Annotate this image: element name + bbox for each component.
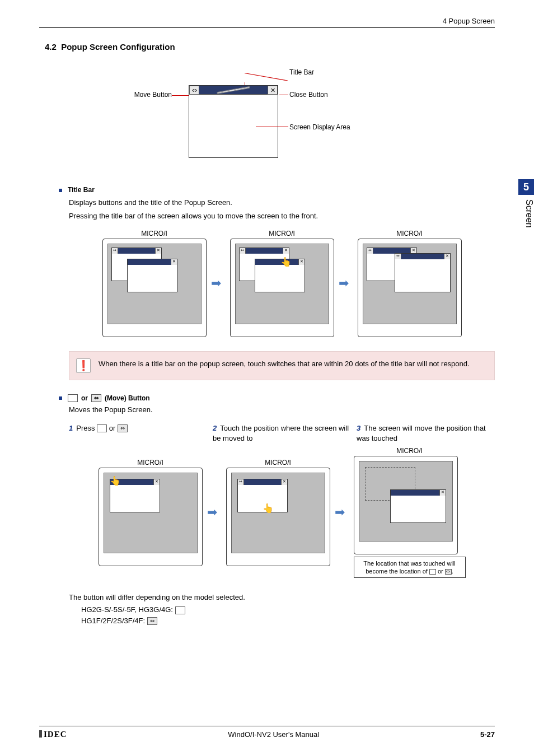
warning-text: When there is a title bar on the popup s… <box>99 358 470 370</box>
touch-icon: 👆 <box>280 258 292 267</box>
titlebar-desc-2: Pressing the title bar of the screen all… <box>69 211 495 222</box>
step-1: 1Press or ⇔ <box>69 423 207 433</box>
model-intro: The button will differ depending on the … <box>69 592 495 603</box>
brand-logo: IDEC <box>39 730 67 739</box>
move-note: The location that was touched will becom… <box>354 557 466 578</box>
running-header: 4 Popup Screen <box>39 17 495 28</box>
subheading-title-bar: Title Bar <box>59 186 495 194</box>
empty-button-icon <box>68 394 78 402</box>
touch-icon: 👆 <box>263 504 274 513</box>
side-chapter-tab: 5 Screen <box>518 179 534 269</box>
close-button-icon: ✕ <box>268 86 278 95</box>
model-line-b: HG1F/2F/2S/3F/4F: ⇔ <box>81 617 495 626</box>
section-heading: 4.2 Popup Screen Configuration <box>45 42 495 52</box>
page-number: 5-27 <box>480 730 495 739</box>
move-desc: Moves the Popup Screen. <box>69 404 495 416</box>
step-2: 2Touch the position where the screen wil… <box>213 423 351 444</box>
label-close-button: Close Button <box>289 91 328 99</box>
warning-icon: ❗ <box>76 358 91 373</box>
move-button-icon: ⇔ <box>189 86 199 95</box>
model-line-a: HG2G-S/-5S/-5F, HG3G/4G: <box>81 605 495 614</box>
figure-popup-callouts: Move Button ⇔ ✕ Title Bar Close Button S… <box>39 68 495 164</box>
arrow-icon: ➡ <box>211 276 226 291</box>
warning-callout: ❗ When there is a title bar on the popup… <box>69 351 495 380</box>
manual-title: WindO/I-NV2 User's Manual <box>228 730 319 739</box>
touch-icon: 👆 <box>110 477 121 486</box>
label-move-button: Move Button <box>121 91 172 99</box>
label-title-bar: Title Bar <box>289 68 314 76</box>
subheading-move-button: or ⇔ (Move) Button <box>59 394 495 402</box>
figure-titlebar-sequence: MICRO/I ⇔✕ ✕ ➡ MICRO/I ⇔✕ <box>69 230 495 337</box>
figure-move-sequence: MICRO/I ✕ 👆 ➡ MICRO/I ⇔✕ 👆 <box>69 447 495 578</box>
step-3: 3The screen will move the position that … <box>357 423 495 444</box>
chapter-label: Screen <box>518 195 534 228</box>
panel-caption: MICRO/I <box>102 230 207 237</box>
page-footer: IDEC WindO/I-NV2 User's Manual 5-27 <box>39 726 495 739</box>
move-arrow-icon: ⇔ <box>91 394 101 402</box>
arrow-icon: ➡ <box>335 505 349 520</box>
steps-row: 1Press or ⇔ 2Touch the position where th… <box>69 423 495 444</box>
arrow-icon: ➡ <box>339 276 353 291</box>
chapter-number: 5 <box>518 179 534 195</box>
arrow-icon: ➡ <box>207 505 222 520</box>
label-display-area: Screen Display Area <box>289 123 350 131</box>
popup-window-diagram: ⇔ ✕ <box>189 85 278 158</box>
titlebar-desc-1: Displays buttons and the title of the Po… <box>69 197 495 208</box>
